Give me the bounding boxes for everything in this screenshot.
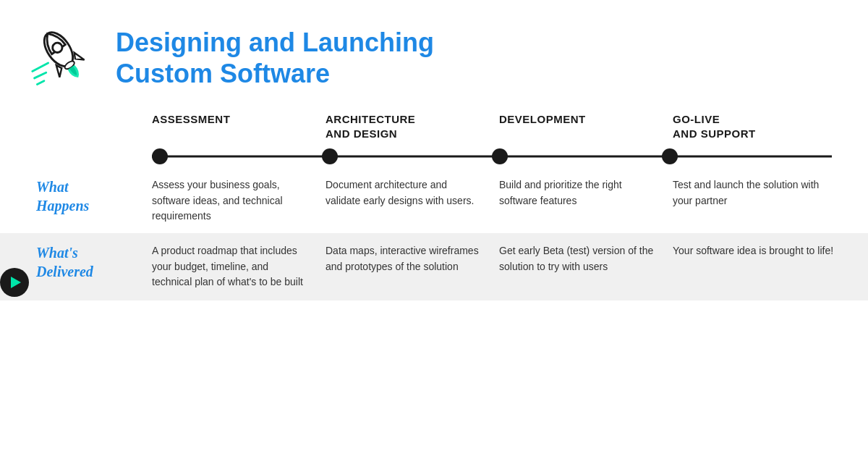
whats-delivered-cell-2: Data maps, interactive wireframes and pr… [326, 243, 499, 290]
play-icon [11, 277, 21, 288]
what-happens-cell-2: Document architecture and validate early… [326, 177, 499, 224]
col-header-golive: GO-LIVE AND SUPPORT [673, 109, 846, 144]
what-happens-row: What Happens Assess your business goals,… [36, 169, 846, 233]
whats-delivered-label: What's Delivered [36, 243, 152, 290]
what-happens-cell-4: Test and launch the solution with your p… [673, 177, 846, 224]
timeline-dot-1 [152, 148, 168, 164]
col-header-development: DEVELOPMENT [499, 109, 673, 144]
whats-delivered-cell-1: A product roadmap that includes your bud… [152, 243, 326, 290]
timeline-dot-3 [492, 148, 508, 164]
timeline [36, 144, 846, 169]
timeline-dot-4 [662, 148, 678, 164]
page-container: Designing and Launching Custom Software … [0, 0, 868, 454]
header: Designing and Launching Custom Software [0, 0, 868, 109]
whats-delivered-row: What's Delivered A product roadmap that … [0, 233, 868, 300]
col-header-architecture: ARCHITECTURE AND DESIGN [326, 109, 499, 144]
what-happens-cell-1: Assess your business goals, software ide… [152, 177, 326, 224]
svg-line-5 [37, 81, 44, 85]
what-happens-cell-3: Build and prioritize the right software … [499, 177, 673, 224]
play-button[interactable] [0, 268, 29, 297]
rocket-icon [29, 22, 101, 94]
svg-line-3 [33, 63, 48, 71]
col-header-assessment: ASSESSMENT [152, 109, 326, 144]
whats-delivered-cell-4: Your software idea is brought to life! [673, 243, 846, 290]
whats-delivered-cell-3: Get early Beta (test) version of the sol… [499, 243, 673, 290]
what-happens-label: What Happens [36, 177, 152, 224]
timeline-dot-2 [322, 148, 338, 164]
svg-line-4 [35, 72, 46, 78]
timeline-dots [152, 144, 832, 169]
header-title: Designing and Launching Custom Software [116, 27, 434, 89]
